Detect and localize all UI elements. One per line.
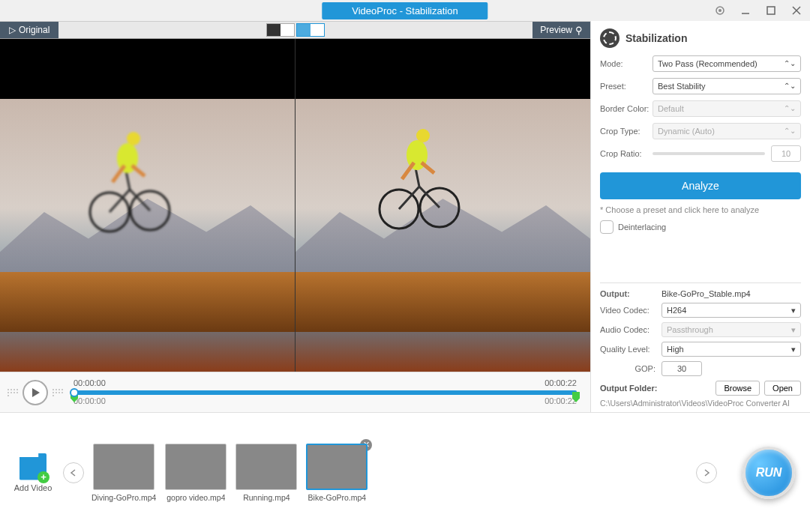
view-mode-switch [266, 22, 325, 38]
open-button[interactable]: Open [764, 381, 801, 396]
analyze-hint: * Choose a preset and click here to anal… [600, 205, 801, 214]
timeline-end: 00:00:22 [544, 378, 577, 387]
output-path: C:\Users\Administrator\Videos\VideoProc … [600, 399, 801, 408]
window-title: VideoProc - Stabilization [322, 2, 488, 19]
minimize-button[interactable] [738, 3, 753, 18]
preview-tabbar: ▷Original Preview⚲ [0, 21, 590, 39]
mode-select[interactable]: Two Pass (Recommended)⌃⌄ [652, 55, 801, 72]
close-button[interactable] [789, 3, 804, 18]
quality-label: Quality Level: [600, 345, 662, 354]
vcodec-label: Video Codec: [600, 306, 662, 315]
original-tab[interactable]: ▷Original [0, 22, 58, 38]
prev-button[interactable] [63, 462, 84, 483]
acodec-label: Audio Codec: [600, 325, 662, 334]
chevron-down-icon: ▾ [791, 306, 796, 315]
acodec-select: Passthrough▾ [662, 322, 801, 337]
playback-controls: 00:00:0000:00:22 00:00:0000:00:22 [0, 372, 590, 412]
playhead[interactable] [70, 388, 79, 397]
timeline-track[interactable] [74, 390, 577, 395]
viewmode-single[interactable] [266, 23, 295, 37]
svg-point-1 [718, 9, 722, 12]
deinterlace-checkbox[interactable] [600, 220, 614, 234]
border-select: Default⌃⌄ [652, 100, 801, 117]
svg-rect-3 [767, 7, 775, 14]
settings-icon[interactable] [712, 3, 728, 18]
mode-label: Mode: [600, 59, 652, 68]
settings-panel: Stabilization Mode:Two Pass (Recommended… [591, 21, 810, 412]
video-thumb[interactable]: gopro video.mp4 [165, 444, 226, 502]
timeline-start: 00:00:00 [74, 378, 106, 387]
chevron-icon: ⌃⌄ [784, 127, 796, 135]
drag-handle[interactable] [52, 389, 63, 396]
quality-select[interactable]: High▾ [662, 342, 801, 357]
chevron-icon: ⌃⌄ [784, 60, 796, 67]
gop-input[interactable]: 30 [662, 361, 702, 376]
chevron-icon: ⌃⌄ [784, 105, 796, 112]
chevron-down-icon: ▾ [791, 325, 796, 335]
output-filename: Bike-GoPro_Stable.mp4 [662, 289, 751, 298]
video-frame [88, 122, 171, 235]
chevron-icon: ⌃⌄ [784, 82, 796, 90]
original-pane [0, 39, 295, 372]
svg-point-13 [416, 129, 430, 142]
timeline[interactable]: 00:00:0000:00:22 00:00:0000:00:22 [68, 372, 583, 412]
border-label: Border Color: [600, 104, 652, 113]
cropratio-label: Crop Ratio: [600, 149, 652, 158]
add-video-icon [20, 453, 46, 480]
maximize-button[interactable] [764, 3, 778, 18]
svg-point-9 [127, 132, 140, 145]
cropratio-value: 10 [771, 145, 801, 162]
croptype-label: Crop Type: [600, 127, 652, 136]
deinterlace-label: Deinterlacing [618, 223, 666, 232]
preview-area [0, 39, 590, 372]
preview-tab[interactable]: Preview⚲ [532, 22, 590, 38]
croptype-select: Dynamic (Auto)⌃⌄ [652, 123, 801, 139]
preset-select[interactable]: Best Stability⌃⌄ [652, 78, 801, 94]
window-controls [712, 3, 804, 18]
timeline-total: 00:00:22 [544, 396, 577, 405]
play-icon: ▷ [9, 25, 16, 35]
browse-button[interactable]: Browse [716, 381, 760, 396]
play-button[interactable] [22, 380, 48, 405]
next-button[interactable] [696, 462, 717, 483]
output-section: Output:Bike-GoPro_Stable.mp4 Video Codec… [600, 282, 801, 408]
video-thumb[interactable]: Running.mp4 [236, 444, 297, 502]
stabilization-icon [600, 28, 620, 48]
folder-label: Output Folder: [600, 384, 657, 393]
video-thumb[interactable]: Diving-GoPro.mp4 [92, 444, 156, 502]
output-label: Output: [600, 289, 662, 298]
titlebar: VideoProc - Stabilization [0, 0, 810, 21]
run-button[interactable]: RUN [742, 447, 795, 499]
viewmode-split[interactable] [296, 23, 325, 37]
cropratio-slider [652, 152, 765, 155]
video-list: Add Video Diving-GoPro.mp4 gopro video.m… [0, 412, 810, 532]
vcodec-select[interactable]: H264▾ [662, 303, 801, 318]
search-icon: ⚲ [575, 25, 583, 36]
drag-handle[interactable] [8, 389, 18, 396]
analyze-button[interactable]: Analyze [600, 172, 801, 199]
svg-marker-14 [32, 388, 40, 397]
gop-label: GOP: [600, 364, 662, 373]
preview-pane [295, 39, 590, 372]
chevron-down-icon: ▾ [791, 345, 796, 354]
panel-heading: Stabilization [626, 32, 687, 44]
timeline-pos: 00:00:00 [74, 396, 106, 405]
video-frame [378, 119, 460, 232]
add-video-button[interactable]: Add Video [10, 453, 56, 492]
video-thumb-selected[interactable]: ✕Bike-GoPro.mp4 [306, 444, 368, 502]
preset-label: Preset: [600, 82, 652, 91]
